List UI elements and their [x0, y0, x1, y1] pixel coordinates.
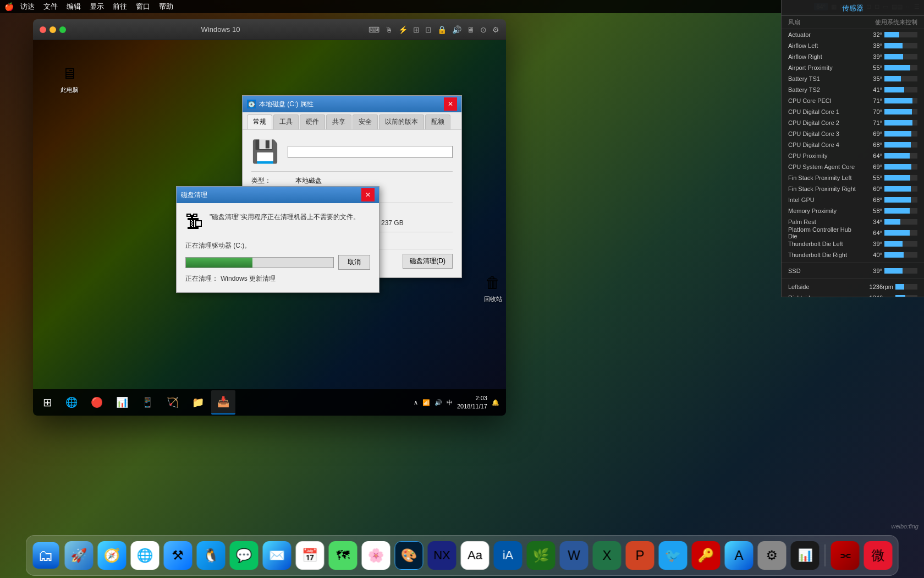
prop-free-value: 237 GB — [381, 219, 404, 227]
win-tray-sound[interactable]: 🔊 — [435, 399, 442, 406]
dock-istatmenus[interactable]: 📊 — [790, 540, 821, 571]
sensor-name-cpu-digital-4: CPU Digital Core 4 — [788, 141, 861, 148]
win-tray-ime[interactable]: 中 — [447, 399, 453, 407]
dock-word[interactable]: W — [559, 540, 590, 571]
sensor-name-cpu-digital-3: CPU Digital Core 3 — [788, 130, 861, 137]
menubar-item-edit[interactable]: 编辑 — [67, 2, 81, 12]
prop-close-button[interactable]: ✕ — [444, 97, 457, 111]
disk-cleanup-dialog: 磁盘清理 ✕ 🗜 "磁盘清理"实用程序正在清理机器上不需要的文件。 正在清理驱动… — [176, 186, 380, 293]
dock-powerpoint[interactable]: P — [625, 540, 656, 571]
menubar-item-help[interactable]: 帮助 — [159, 2, 173, 12]
win-taskbar-active[interactable]: 📥 — [211, 390, 235, 415]
cleanup-cancel-button[interactable]: 取消 — [338, 255, 370, 270]
sound-icon[interactable]: 🔊 — [452, 25, 461, 34]
win-tray-chevron[interactable]: ∧ — [414, 399, 418, 406]
sensor-value-memory-proximity: 58° — [861, 208, 882, 214]
view-icon[interactable]: ⊞ — [413, 25, 420, 34]
sensor-value-airflow-left: 38° — [861, 42, 882, 49]
dock-mail[interactable]: ✉️ — [262, 540, 293, 571]
prop-tab-tools[interactable]: 工具 — [273, 114, 299, 129]
menubar-item-go[interactable]: 前往 — [113, 2, 127, 12]
win-this-pc-icon[interactable]: 🖥 此电脑 — [50, 62, 89, 94]
dock-nx[interactable]: NX — [427, 540, 458, 571]
win-notification[interactable]: 🔔 — [492, 399, 499, 406]
dock-dict[interactable]: Aa — [460, 540, 491, 571]
sensor-memory-proximity: Memory Proximity 58° — [782, 205, 924, 216]
dock-weibo[interactable]: 微 — [863, 540, 894, 571]
disk-cleanup-button[interactable]: 磁盘清理(D) — [403, 254, 453, 269]
dock-qq[interactable]: 🐧 — [196, 540, 227, 571]
sensor-bar-cpu-digital-3 — [884, 131, 917, 137]
dock-app5[interactable]: 🌿 — [526, 540, 557, 571]
view2-icon[interactable]: ⊡ — [425, 25, 432, 34]
sensor-value-cpu-digital-1: 70° — [861, 108, 882, 115]
win-clock[interactable]: 2:03 2018/11/17 — [457, 394, 487, 411]
lock-icon[interactable]: 🔒 — [437, 25, 447, 34]
dock-calendar[interactable]: 📅 — [295, 540, 326, 571]
dock-maps[interactable]: 🗺 — [328, 540, 359, 571]
close-button[interactable] — [40, 26, 46, 33]
dock-parallels[interactable]: ⫘ — [830, 540, 861, 571]
win-start-button[interactable]: ⊞ — [35, 390, 59, 415]
win-recycle-icon[interactable]: 🗑 回收站 — [473, 271, 506, 303]
monitor-icon[interactable]: 🖥 — [467, 25, 475, 34]
dock-photos[interactable]: 🌸 — [361, 540, 392, 571]
this-pc-label: 此电脑 — [61, 86, 79, 94]
prop-type-value: 本地磁盘 — [295, 176, 322, 186]
win-taskbar-edge[interactable]: 🌐 — [59, 390, 84, 415]
keyboard-icon[interactable]: ⌨ — [369, 25, 380, 34]
menubar-item-file[interactable]: 文件 — [43, 2, 58, 12]
dock-twitter[interactable]: 🐦 — [658, 540, 689, 571]
desktop: 🍎 访达 文件 编辑 显示 前往 窗口 帮助 64° ▦ ▤ ↑↓ ⊡ ⊡ ⊡ … — [0, 0, 924, 578]
prop-tab-quota[interactable]: 配额 — [425, 114, 450, 129]
prop-tab-general[interactable]: 常规 — [247, 114, 272, 129]
dock-finder[interactable]: 🗂 — [31, 540, 62, 571]
sensor-name-intel-gpu: Intel GPU — [788, 197, 861, 203]
mouse-icon[interactable]: 🖱 — [385, 25, 393, 34]
usb-icon[interactable]: ⚡ — [398, 25, 408, 34]
share-icon[interactable]: ⊙ — [480, 25, 487, 34]
sensor-bar-pch — [884, 230, 917, 236]
cleanup-close-button[interactable]: ✕ — [361, 188, 375, 201]
menubar-items: 访达 文件 编辑 显示 前往 窗口 帮助 — [20, 2, 173, 12]
menubar-item-finder[interactable]: 访达 — [20, 2, 35, 12]
dock-ia[interactable]: iA — [493, 540, 524, 571]
win-tray-network[interactable]: 📶 — [422, 399, 430, 406]
apple-menu[interactable]: 🍎 — [4, 2, 14, 11]
sensor-fin-left: Fin Stack Proximity Left 55° — [782, 172, 924, 183]
prop-tab-security[interactable]: 安全 — [353, 114, 378, 129]
win-taskbar-app2[interactable]: 🔴 — [85, 390, 109, 415]
win-taskbar-arrow[interactable]: 🏹 — [161, 390, 185, 415]
dock-wechat[interactable]: 💬 — [229, 540, 260, 571]
dock-safari[interactable]: 🧭 — [97, 540, 128, 571]
menubar-item-window[interactable]: 窗口 — [136, 2, 150, 12]
menubar-item-view[interactable]: 显示 — [90, 2, 104, 12]
sensor-value-airflow-right: 39° — [861, 53, 882, 60]
sensor-value-actuator: 32° — [861, 31, 882, 38]
dock-lastpass[interactable]: 🔑 — [691, 540, 722, 571]
prop-tab-prev[interactable]: 以前的版本 — [379, 114, 424, 129]
prop-tab-hardware[interactable]: 硬件 — [300, 114, 325, 129]
prop-tab-share[interactable]: 共享 — [326, 114, 351, 129]
dock-chrome[interactable]: 🌐 — [130, 540, 161, 571]
win-taskbar-app4[interactable]: 📱 — [135, 390, 160, 415]
dock-syspreferences[interactable]: ⚙ — [757, 540, 788, 571]
dock-photoshop[interactable]: 🎨 — [394, 540, 425, 571]
sensor-value-cpu-digital-4: 68° — [861, 141, 882, 148]
dock-appstore[interactable]: A — [724, 540, 755, 571]
sensor-bar-battery-ts1 — [884, 76, 917, 81]
prop-name-field[interactable] — [288, 146, 453, 158]
sensor-battery-ts1: Battery TS1 35° — [782, 73, 924, 84]
fullscreen-button[interactable] — [59, 26, 66, 33]
dock-xcode[interactable]: ⚒ — [163, 540, 194, 571]
cleanup-status: 正在清理驱动器 (C:)。 — [185, 241, 251, 250]
prop-titlebar: 💽 本地磁盘 (C:) 属性 ✕ — [243, 96, 461, 112]
vm-window-controls[interactable] — [40, 26, 66, 33]
win-taskbar-app3[interactable]: 📊 — [110, 390, 134, 415]
minimize-button[interactable] — [50, 26, 56, 33]
win-date: 2018/11/17 — [457, 402, 487, 411]
dock-launchpad[interactable]: 🚀 — [64, 540, 95, 571]
dock-excel[interactable]: X — [592, 540, 623, 571]
settings-icon[interactable]: ⚙ — [492, 25, 499, 34]
win-taskbar-folder[interactable]: 📁 — [186, 390, 210, 415]
